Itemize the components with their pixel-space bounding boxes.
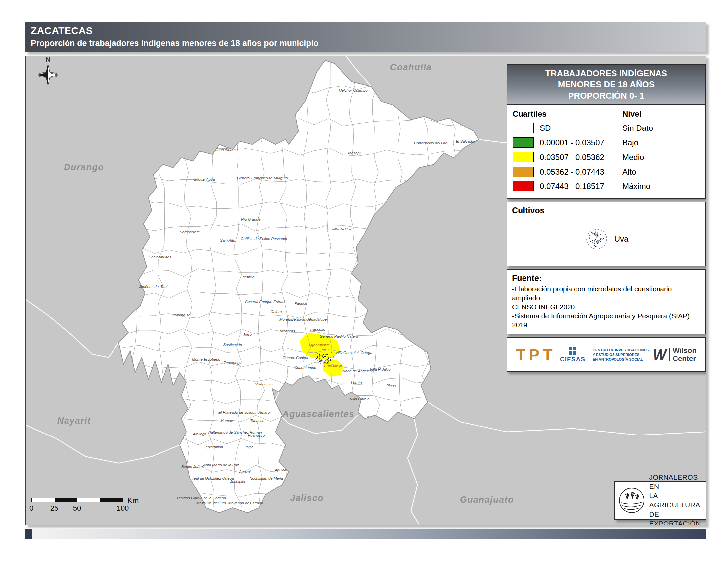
scale-tick-labels: 0 25 50 100 bbox=[31, 504, 144, 513]
scale-tick: 100 bbox=[117, 504, 129, 513]
municipality-label: Fresnillo bbox=[240, 275, 255, 279]
municipality-label: Valparaíso bbox=[172, 313, 191, 317]
municipality-label: Tepetongo bbox=[224, 361, 242, 365]
municipality-label: Chalchihuites bbox=[149, 255, 171, 259]
ciesas-logo: CIESAS CENTRO DE INVESTIGACIONES Y ESTUD… bbox=[560, 347, 649, 363]
municipality-label: Tabasco bbox=[250, 419, 265, 423]
legend-level-label: Alto bbox=[622, 167, 636, 176]
municipality-label: Villa de Cos bbox=[332, 227, 352, 231]
municipality-label: El Salvador bbox=[456, 139, 476, 143]
municipality-label: Villa Hidalgo bbox=[370, 367, 391, 371]
legend-title: TRABAJADORES INDÍGENAS MENORES DE 18 AÑO… bbox=[507, 65, 705, 105]
municipality-label: Cañitas de Felipe Pescador bbox=[241, 237, 288, 241]
legend-col-level: Nivel bbox=[622, 109, 641, 118]
municipality-label: Río Grande bbox=[241, 217, 260, 221]
municipality-label: General Francisco R. Murguía bbox=[237, 176, 288, 180]
legend-row: 0.05362 - 0.07443Alto bbox=[513, 166, 700, 177]
legend-row: 0.03507 - 0.05362Medio bbox=[513, 152, 700, 162]
wilson-center-logo: W Wilson Center bbox=[653, 347, 697, 363]
scale-bar-segments: Km bbox=[31, 498, 123, 502]
scale-tick: 25 bbox=[50, 504, 58, 513]
municipality-label: Miguel Auza bbox=[194, 177, 215, 181]
municipality-label: Apozol bbox=[239, 470, 251, 474]
legend-col-quartiles: Cuartiles bbox=[513, 109, 622, 118]
municipality-label: Atolinga bbox=[192, 432, 206, 436]
legend-color-swatch bbox=[513, 152, 534, 162]
legend-main-box: TRABAJADORES INDÍGENAS MENORES DE 18 AÑO… bbox=[507, 64, 706, 199]
ciesas-name: CIESAS bbox=[560, 356, 585, 363]
municipality-label: Santa María de la Paz bbox=[201, 463, 239, 467]
compass-star-dark-half bbox=[38, 64, 48, 85]
municipality-label: General Enrique Estrada bbox=[245, 300, 286, 304]
wilson-name-line: Center bbox=[673, 355, 697, 363]
municipality-label: Huanusco bbox=[248, 434, 265, 438]
municipality-label: Villanueva bbox=[255, 382, 273, 386]
scale-tick: 0 bbox=[29, 504, 33, 513]
legend-body: Cuartiles Nivel SDSin Dato0.00001 - 0.03… bbox=[507, 105, 705, 198]
ciesas-desc-line: EN ANTROPOLOGÍA SOCIAL bbox=[593, 357, 649, 362]
legend-color-swatch bbox=[513, 123, 534, 133]
cultivos-title: Cultivos bbox=[507, 202, 705, 215]
municipality-label: Juan Aldama bbox=[215, 148, 238, 152]
wilson-divider bbox=[669, 348, 670, 361]
legend-color-swatch bbox=[513, 137, 534, 148]
municipality-label: Luis Moya bbox=[324, 364, 343, 368]
fuente-box: Fuente: -Elaboración propia con microdat… bbox=[507, 269, 706, 335]
logos-box: TPT CIESAS CENTRO DE INVESTIGACIONES Y E… bbox=[507, 338, 706, 372]
municipality-label: Cuauhtémoc bbox=[295, 366, 316, 370]
municipality-label: Mazapil bbox=[348, 151, 361, 155]
municipality-label: Guadalupe bbox=[308, 317, 327, 321]
map-subtitle: Proporción de trabajadores indígenas men… bbox=[31, 38, 706, 48]
neighbor-state-label: Aguascalientes bbox=[282, 409, 355, 419]
municipality-label: Vetagrande bbox=[291, 317, 311, 321]
municipality-label: Teúl de González Ortega bbox=[192, 476, 234, 480]
municipality-label: Genaro Codina bbox=[283, 356, 308, 360]
municipality-label: Jerez bbox=[243, 333, 252, 337]
legend-rows: SDSin Dato0.00001 - 0.03507Bajo0.03507 -… bbox=[513, 123, 700, 191]
bottom-strip-cap bbox=[25, 529, 32, 539]
legend-range-label: 0.00001 - 0.03507 bbox=[540, 138, 622, 147]
municipality-label: El Plateado de Joaquín Amaro bbox=[218, 410, 270, 414]
legend-level-label: Bajo bbox=[622, 138, 638, 147]
north-arrow: N bbox=[33, 56, 63, 89]
legend-title-line: MENORES DE 18 AÑOS bbox=[509, 79, 704, 90]
municipality-label: Villa García bbox=[350, 397, 369, 401]
jornaleros-icon bbox=[618, 485, 646, 516]
legend: TRABAJADORES INDÍGENAS MENORES DE 18 AÑO… bbox=[507, 64, 706, 375]
jornaleros-logo-box: JORNALEROS EN LA AGRICULTURA DE EXPORTAC… bbox=[614, 481, 706, 520]
municipality-label: General Pánfilo Natera bbox=[320, 335, 358, 339]
legend-color-swatch bbox=[513, 166, 534, 177]
municipality-label: Sain Alto bbox=[220, 238, 235, 242]
municipality-label: Tepechitlán bbox=[204, 445, 223, 449]
municipality-label: Nochistlán de Mejía bbox=[250, 476, 283, 480]
state-title: ZACATECAS bbox=[31, 25, 706, 36]
municipality-label: Calera bbox=[271, 310, 282, 314]
fuente-line: CENSO INEGI 2020. bbox=[512, 303, 701, 311]
municipality-label: Loreto bbox=[351, 381, 362, 385]
north-label: N bbox=[46, 56, 50, 63]
jornaleros-line: LA AGRICULTURA bbox=[649, 491, 705, 510]
municipality-label: Pinos bbox=[386, 384, 396, 388]
municipality-label: Sombrerete bbox=[180, 230, 200, 234]
jornaleros-text: JORNALEROS EN LA AGRICULTURA DE EXPORTAC… bbox=[649, 473, 705, 525]
legend-level-label: Máximo bbox=[622, 182, 650, 191]
legend-row: SDSin Dato bbox=[513, 123, 700, 133]
municipality-label: Ojocaliente bbox=[309, 343, 330, 347]
municipality-label: Jalpa bbox=[244, 445, 253, 449]
tpt-logo: TPT bbox=[516, 346, 556, 364]
neighbor-state-label: Coahuila bbox=[390, 62, 432, 72]
legend-row: 0.07443 - 0.18517Máximo bbox=[513, 181, 700, 191]
municipality-label: Melchor Ocampo bbox=[339, 88, 368, 92]
grape-stipple-icon bbox=[584, 226, 609, 252]
municipality-label: Pánuco bbox=[295, 302, 308, 305]
bottom-gradient-strip bbox=[32, 529, 706, 539]
municipality-label: Noria de Ángeles bbox=[342, 369, 372, 373]
scale-bar: Km 0 25 50 100 bbox=[31, 498, 144, 513]
municipality-label: Apulco bbox=[274, 468, 287, 472]
neighbor-state-label: Nayarit bbox=[57, 416, 91, 426]
legend-range-label: 0.03507 - 0.05362 bbox=[540, 153, 622, 162]
municipality-label: Monte Escobedo bbox=[192, 357, 221, 361]
legend-level-label: Medio bbox=[622, 153, 644, 162]
wilson-mark: W bbox=[653, 347, 667, 363]
cultivo-label: Uva bbox=[614, 234, 629, 244]
